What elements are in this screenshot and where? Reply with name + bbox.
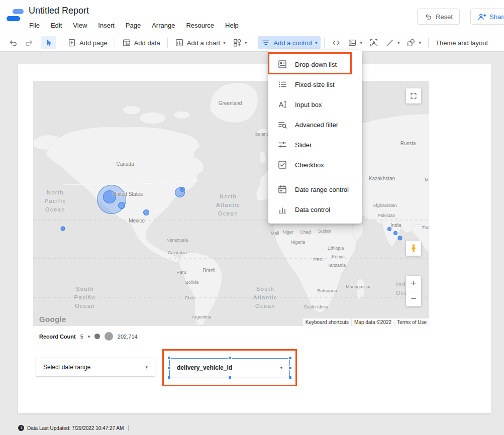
status-divider [128, 425, 129, 431]
add-control-icon [261, 38, 270, 47]
menu-item-date-range-control[interactable]: Date range control [268, 179, 362, 199]
menu-item-label: Advanced filter [295, 121, 338, 129]
pegman-icon [409, 243, 418, 253]
input-box-icon [277, 99, 287, 110]
date-range-label: Select date range [43, 364, 90, 371]
menu-item-label: Date range control [295, 186, 349, 193]
data-last-updated-text: Data Last Updated: 7/29/2022 10:47:27 AM [27, 425, 124, 431]
google-maps-logo[interactable]: Google [39, 315, 66, 323]
menu-edit[interactable]: Edit [45, 20, 67, 31]
date-range-control[interactable]: Select date range ▾ [36, 358, 155, 377]
theme-and-layout-button[interactable]: Theme and layout [432, 37, 491, 49]
insert-image-button[interactable]: ▾ [344, 36, 366, 49]
add-page-label: Add page [79, 39, 108, 47]
selection-handle[interactable] [167, 356, 171, 360]
menu-item-slider[interactable]: Slider [268, 135, 362, 155]
fullscreen-icon [410, 92, 418, 100]
add-page-button[interactable]: Add page [64, 36, 111, 49]
add-control-button[interactable]: Add a control ▾ [258, 36, 321, 49]
legend-bubble-medium [94, 334, 100, 339]
legend-max-value: 202,714 [118, 334, 138, 340]
keyboard-shortcuts-link[interactable]: Keyboard shortcuts [303, 318, 351, 326]
zoom-in-button[interactable]: + [406, 276, 421, 291]
selection-handle[interactable] [167, 366, 171, 370]
bubble-map-chart[interactable]: NorthPacificOceanNorthAtlanticOceanSouth… [33, 81, 429, 326]
legend-bubble-large [105, 332, 113, 341]
menu-help[interactable]: Help [220, 20, 244, 31]
selection-handle[interactable] [167, 376, 171, 379]
insert-line-button[interactable]: ▾ [382, 36, 404, 49]
data-control-icon [277, 204, 287, 214]
line-icon [385, 38, 394, 47]
insert-shape-button[interactable]: ▾ [403, 36, 425, 49]
legend-min-value: 5 [80, 334, 83, 340]
fixed-size-list-icon [277, 79, 287, 89]
dropdown-control-selection: delivery_vehicle_id ▾ [169, 358, 290, 377]
zoom-out-button[interactable]: − [406, 291, 421, 306]
world-map [33, 81, 429, 326]
select-tool-button[interactable] [41, 36, 56, 49]
add-data-button[interactable]: Add data [119, 36, 164, 49]
selection-handle[interactable] [288, 356, 292, 360]
selection-handle[interactable] [228, 376, 232, 379]
community-visualizations-button[interactable]: ▾ [229, 36, 251, 49]
reset-button[interactable]: Reset [417, 9, 460, 25]
menu-item-data-control[interactable]: Data control [268, 199, 362, 220]
app: { "header": { "title": "Untitled Report"… [0, 0, 504, 435]
text-box-icon [369, 38, 378, 47]
menu-arrange[interactable]: Arrange [146, 20, 180, 31]
caret-down-icon: ▾ [223, 41, 226, 45]
add-control-label: Add a control [273, 39, 312, 47]
embed-url-button[interactable] [328, 36, 344, 49]
map-data-label: Map data ©2022 [352, 318, 394, 326]
menubar: File Edit View Insert Page Arrange Resou… [24, 20, 244, 31]
toolbar: Add page Add data Add a chart ▾ ▾ Add a … [0, 34, 504, 52]
add-data-label: Add data [134, 39, 160, 47]
data-studio-logo-icon[interactable] [7, 8, 26, 26]
theme-label: Theme and layout [436, 39, 488, 47]
terms-of-use-link[interactable]: Terms of Use [394, 318, 429, 326]
menu-view[interactable]: View [67, 20, 92, 31]
caret-down-icon: ▾ [419, 41, 421, 45]
app-header: Untitled Report File Edit View Insert Pa… [0, 0, 504, 34]
share-button[interactable]: Share [470, 9, 504, 25]
report-page[interactable]: NorthPacificOceanNorthAtlanticOceanSouth… [18, 64, 491, 413]
menu-item-advanced-filter[interactable]: Advanced filter [268, 115, 362, 135]
undo-button[interactable] [5, 36, 21, 49]
menu-resource[interactable]: Resource [180, 20, 220, 31]
caret-down-icon: ▾ [280, 366, 282, 370]
menu-page[interactable]: Page [120, 20, 146, 31]
menu-item-input-box[interactable]: Input box [268, 94, 362, 115]
editor-canvas[interactable]: NorthPacificOceanNorthAtlanticOceanSouth… [0, 52, 504, 435]
redo-button[interactable] [21, 36, 37, 49]
caret-down-icon: ▾ [245, 41, 247, 45]
report-title[interactable]: Untitled Report [29, 6, 89, 16]
map-fullscreen-button[interactable] [406, 88, 421, 103]
menu-file[interactable]: File [24, 20, 45, 31]
menu-item-checkbox[interactable]: Checkbox [268, 155, 362, 175]
menu-item-fixed-size-list[interactable]: Fixed-size list [268, 74, 362, 94]
data-freshness-icon [18, 425, 24, 431]
selection-handle[interactable] [288, 376, 292, 379]
dropdown-field-label: delivery_vehicle_id [177, 364, 232, 371]
insert-text-button[interactable] [366, 36, 382, 49]
legend-bubble-small [88, 336, 90, 338]
map-attribution: Keyboard shortcuts Map data ©2022 Terms … [303, 318, 429, 326]
toolbar-divider [324, 38, 325, 48]
checkbox-icon [277, 160, 287, 170]
toolbar-divider [254, 38, 254, 48]
reset-label: Reset [436, 13, 453, 21]
caret-down-icon: ▾ [397, 41, 400, 45]
slider-icon [277, 140, 287, 150]
menu-item-drop-down-list[interactable]: Drop-down list [268, 54, 362, 74]
add-chart-button[interactable]: Add a chart ▾ [171, 36, 229, 49]
toolbar-divider [60, 38, 60, 48]
street-view-pegman-button[interactable] [406, 241, 421, 256]
menu-insert[interactable]: Insert [92, 20, 120, 31]
map-zoom-control: + − [406, 276, 421, 306]
selection-handle[interactable] [228, 356, 232, 360]
advanced-filter-icon [277, 120, 287, 130]
selection-handle[interactable] [288, 366, 292, 370]
menu-item-label: Fixed-size list [295, 81, 335, 88]
dropdown-list-control[interactable]: delivery_vehicle_id ▾ [169, 358, 290, 377]
